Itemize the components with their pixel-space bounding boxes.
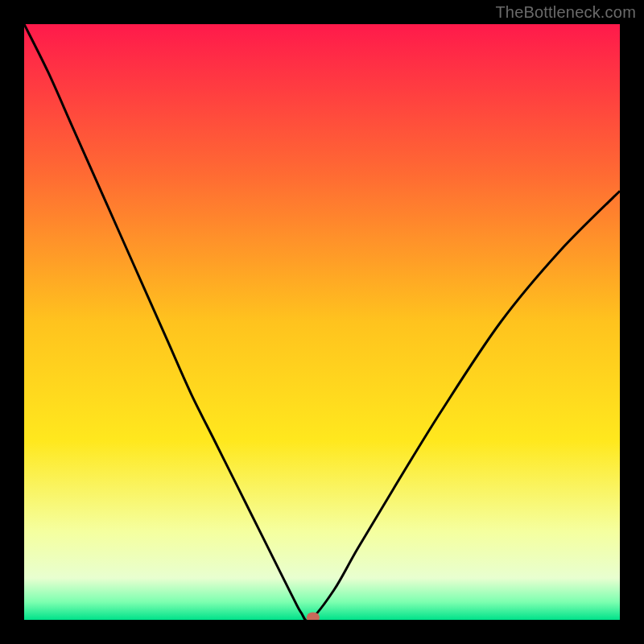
attribution-text: TheBottleneck.com	[495, 3, 636, 22]
chart-svg	[24, 24, 620, 620]
gradient-background	[24, 24, 620, 620]
chart-frame: TheBottleneck.com	[0, 0, 644, 644]
plot-area	[24, 24, 620, 620]
